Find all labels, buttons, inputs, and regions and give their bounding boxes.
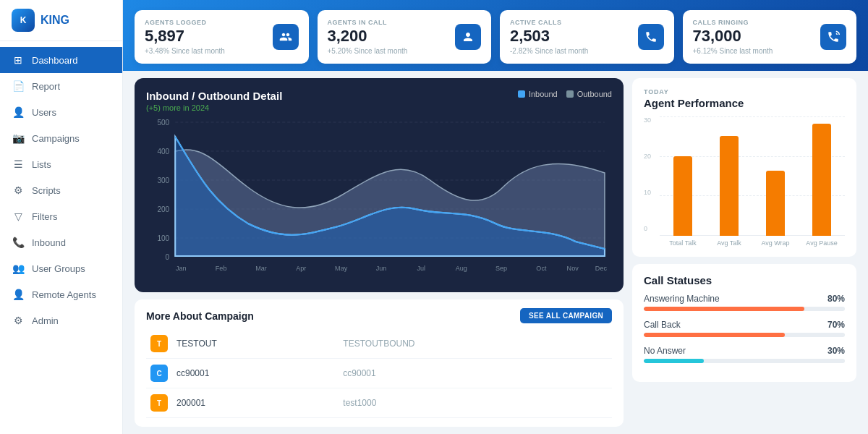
stat-value: 3,200 [328, 28, 408, 44]
stat-card-calls-ringing: CALLS RINGING 73,000 +6.12% Since last m… [683, 10, 857, 64]
svg-text:400: 400 [157, 148, 169, 156]
legend-dot-inbound [518, 90, 525, 98]
sidebar-item-users[interactable]: 👤 Users [0, 99, 122, 125]
stat-change: +6.12% Since last month [693, 47, 773, 55]
bar-col [812, 124, 831, 236]
stat-label: ACTIVE CALLS [510, 19, 588, 26]
sidebar-item-report[interactable]: 📄 Report [0, 73, 122, 99]
stat-label: AGENTS IN CALL [328, 19, 408, 26]
sidebar-item-admin[interactable]: ⚙ Admin [0, 307, 122, 333]
status-name: No Answer [644, 346, 686, 356]
call-statuses-card: Call Statuses Answering Machine 80% Call… [632, 264, 856, 382]
y-label: 10 [644, 189, 657, 196]
stat-label: CALLS RINGING [693, 19, 773, 26]
sidebar-item-remote-agents[interactable]: 👤 Remote Agents [0, 281, 122, 307]
svg-text:300: 300 [157, 176, 169, 184]
stat-change: +5.20% Since last month [328, 47, 408, 55]
users-icon: 👤 [12, 106, 25, 119]
campaign-title: More About Campaign [146, 310, 254, 322]
campaign-card: More About Campaign SEE ALL CAMPAIGN T T… [135, 299, 624, 427]
legend-outbound: Outbound [566, 90, 612, 98]
chart-legend: Inbound Outbound [518, 90, 612, 98]
sidebar-item-lists[interactable]: ☰ Lists [0, 151, 122, 177]
inbound-icon: 📞 [12, 236, 25, 249]
sidebar-item-scripts[interactable]: ⚙ Scripts [0, 177, 122, 203]
status-name: Call Back [644, 320, 681, 330]
stat-value: 2,503 [510, 28, 588, 44]
campaign-badge: T [150, 394, 168, 412]
campaign-table: T TESTOUT TESTOUTBOUND C cc90001 cc90001… [146, 329, 612, 418]
stat-card-agents-logged: AGENTS LOGGED 5,897 +3.48% Since last mo… [135, 10, 309, 64]
campaign-desc: test1000 [339, 388, 612, 418]
table-row: C cc90001 cc90001 [146, 359, 612, 388]
sidebar-item-label: Filters [32, 211, 57, 222]
sidebar-item-label: Inbound [32, 237, 66, 248]
svg-text:100: 100 [157, 234, 169, 242]
svg-text:Mar: Mar [255, 265, 267, 272]
sidebar-item-user-groups[interactable]: 👥 User Groups [0, 255, 122, 281]
table-row: T 200001 test1000 [146, 388, 612, 418]
sidebar-item-label: Campaigns [32, 133, 80, 144]
progress-bar-bg [644, 359, 845, 363]
sidebar-item-filters[interactable]: ▽ Filters [0, 203, 122, 229]
report-icon: 📄 [12, 80, 25, 93]
campaign-badge: C [150, 365, 168, 382]
sidebar-item-label: Dashboard [32, 55, 78, 66]
bar-avg-talk [720, 136, 739, 236]
bar-label: Avg Pause [804, 239, 840, 247]
sidebar-item-dashboard[interactable]: ⊞ Dashboard [0, 47, 122, 73]
campaign-desc: TESTOUTBOUND [339, 329, 612, 359]
sidebar-item-inbound[interactable]: 📞 Inbound [0, 229, 122, 255]
status-item-answering-machine: Answering Machine 80% [644, 294, 845, 311]
stat-icon-active-calls [638, 24, 664, 50]
svg-text:Nov: Nov [567, 265, 579, 272]
stat-label: AGENTS LOGGED [145, 19, 225, 26]
sidebar-item-label: Remote Agents [32, 289, 96, 300]
svg-text:Sep: Sep [495, 265, 507, 272]
bar-total-talk [673, 156, 692, 236]
bar-col [673, 156, 692, 236]
user-groups-icon: 👥 [12, 262, 25, 275]
status-item-no-answer: No Answer 30% [644, 346, 845, 363]
chart-subtitle: (+5) more in 2024 [146, 103, 282, 112]
svg-text:Feb: Feb [216, 265, 227, 272]
bar-avg-wrap [766, 171, 785, 236]
svg-text:200: 200 [157, 205, 169, 213]
svg-text:0: 0 [166, 253, 170, 261]
logo-area: K KING [0, 0, 122, 41]
stat-card-active-calls: ACTIVE CALLS 2,503 -2.82% Since last mon… [500, 10, 674, 64]
stat-value: 73,000 [693, 28, 773, 44]
y-label: 30 [644, 116, 657, 124]
stats-row: AGENTS LOGGED 5,897 +3.48% Since last mo… [123, 0, 868, 71]
sidebar: K KING ⊞ Dashboard 📄 Report 👤 Users 📷 Ca… [0, 0, 123, 434]
content-area: Inbound / Outbound Detail (+5) more in 2… [123, 71, 868, 434]
y-label: 20 [644, 153, 657, 160]
sidebar-item-label: Scripts [32, 185, 61, 196]
scripts-icon: ⚙ [12, 184, 25, 197]
sidebar-item-label: Admin [32, 315, 59, 326]
progress-bar-bg [644, 333, 845, 337]
remote-agents-icon: 👤 [12, 288, 25, 301]
sidebar-item-campaigns[interactable]: 📷 Campaigns [0, 125, 122, 151]
bar-label: Total Talk [665, 239, 701, 247]
svg-text:500: 500 [157, 119, 169, 127]
svg-text:Jan: Jan [176, 265, 187, 272]
y-label: 0 [644, 225, 657, 232]
status-name: Answering Machine [644, 294, 720, 304]
main-content: AGENTS LOGGED 5,897 +3.48% Since last mo… [123, 0, 868, 434]
bar-col [766, 171, 785, 236]
svg-text:Oct: Oct [536, 265, 547, 272]
stat-icon-agents-logged [273, 24, 299, 50]
inbound-outbound-chart-card: Inbound / Outbound Detail (+5) more in 2… [135, 78, 624, 292]
left-column: Inbound / Outbound Detail (+5) more in 2… [135, 78, 624, 427]
sidebar-item-label: Lists [32, 159, 51, 170]
campaign-name: cc90001 [172, 359, 339, 388]
svg-text:Jun: Jun [376, 265, 387, 272]
svg-text:Aug: Aug [456, 265, 467, 272]
sidebar-item-label: Report [32, 81, 60, 92]
agent-performance-card: TODAY Agent Performance 30 20 10 0 [632, 78, 856, 257]
status-pct: 30% [827, 346, 845, 356]
svg-text:Dec: Dec [595, 265, 608, 272]
see-all-campaign-button[interactable]: SEE ALL CAMPAIGN [520, 308, 612, 323]
panel-title: Agent Performance [644, 97, 845, 109]
